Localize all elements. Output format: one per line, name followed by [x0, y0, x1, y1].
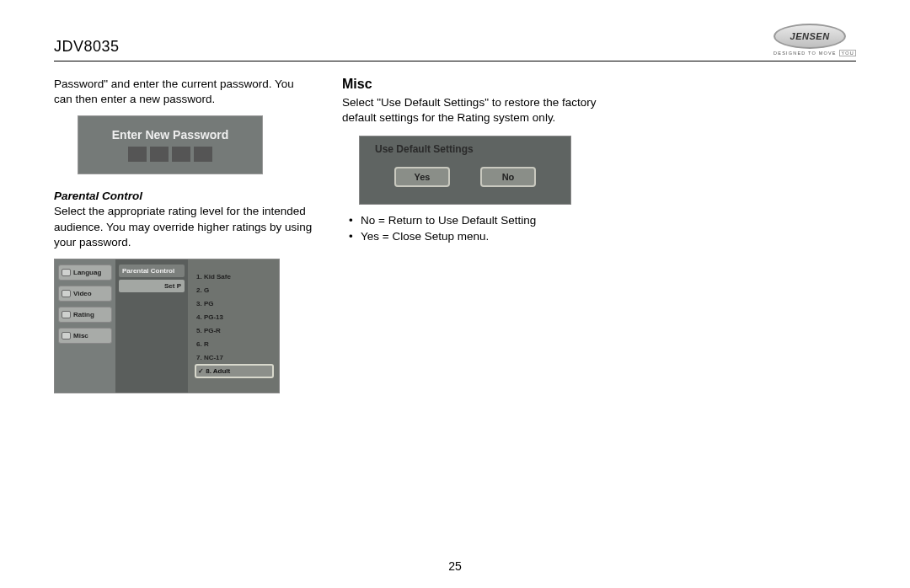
pc-middle-selected: Set P: [119, 280, 185, 292]
pc-tab-label: Languag: [73, 269, 101, 276]
password-box: [194, 147, 212, 162]
pc-tab-video: Video: [58, 286, 112, 302]
globe-icon: [62, 269, 71, 276]
tagline-you: YOU: [839, 50, 856, 56]
password-box: [128, 147, 147, 162]
pc-rating-item: 1. Kid Safe: [195, 270, 274, 283]
pc-tab-label: Video: [73, 290, 92, 297]
enter-password-title: Enter New Password: [112, 128, 229, 142]
pc-tab-label: Rating: [73, 311, 94, 318]
misc-bullet-list: No = Return to Use Default Setting Yes =…: [342, 213, 603, 243]
uds-title: Use Default Settings: [375, 143, 562, 155]
bullet-item: No = Return to Use Default Setting: [342, 213, 603, 228]
column-left: Password" and enter the current password…: [54, 77, 315, 393]
bullet-item: Yes = Close Setup menu.: [342, 229, 603, 244]
uds-yes-button: Yes: [394, 167, 450, 187]
pc-tab-language: Languag: [58, 265, 112, 281]
lock-icon: [62, 311, 71, 318]
page-number: 25: [0, 559, 910, 573]
misc-heading: Misc: [342, 77, 603, 92]
tagline-text: DESIGNED TO MOVE: [774, 51, 837, 56]
password-intro-text: Password" and enter the current password…: [54, 77, 315, 107]
password-placeholder-boxes: [128, 147, 212, 162]
pc-sidebar: Languag Video Rating Misc: [55, 259, 115, 393]
column-right: Misc Select "Use Default Settings" to re…: [342, 77, 603, 393]
pc-tab-misc: Misc: [58, 328, 112, 344]
pc-middle-title: Parental Control: [119, 265, 185, 277]
use-default-settings-screenshot: Use Default Settings Yes No: [359, 136, 571, 205]
pc-rating-item: 7. NC-17: [195, 350, 274, 364]
pc-tab-label: Misc: [73, 332, 88, 339]
pc-rating-item: 3. PG: [195, 297, 274, 310]
brand-logo: JENSEN: [774, 24, 846, 49]
password-box: [150, 147, 169, 162]
enter-password-screenshot: Enter New Password: [78, 115, 263, 174]
pc-rating-item: 6. R: [195, 337, 274, 350]
pc-tab-rating: Rating: [58, 307, 112, 323]
misc-text: Select "Use Default Settings" to restore…: [342, 95, 603, 126]
pc-rating-item: 5. PG-R: [195, 323, 274, 337]
pc-rating-item-selected: ✓ 8. Adult: [195, 364, 274, 378]
pc-rating-item: 4. PG-13: [195, 310, 274, 323]
password-box: [172, 147, 190, 162]
model-number: JDV8035: [54, 38, 120, 56]
video-icon: [62, 290, 71, 297]
brand-logo-wrap: JENSEN DESIGNED TO MOVE YOU: [774, 24, 856, 56]
parental-control-heading: Parental Control: [54, 190, 315, 202]
pc-rating-item: 2. G: [195, 283, 274, 297]
pc-rating-list: 1. Kid Safe 2. G 3. PG 4. PG-13 5. PG-R …: [188, 259, 279, 393]
misc-icon: [62, 332, 71, 339]
parental-control-text: Select the appropriate rating level for …: [54, 204, 315, 250]
pc-middle-panel: Parental Control Set P: [115, 259, 188, 393]
content-columns: Password" and enter the current password…: [54, 77, 856, 393]
brand-tagline: DESIGNED TO MOVE YOU: [774, 51, 856, 56]
uds-no-button: No: [480, 167, 536, 187]
parental-control-screenshot: Languag Video Rating Misc Parental Contr…: [54, 259, 280, 393]
page-header: JDV8035 JENSEN DESIGNED TO MOVE YOU: [54, 24, 856, 61]
uds-buttons: Yes No: [368, 167, 562, 187]
